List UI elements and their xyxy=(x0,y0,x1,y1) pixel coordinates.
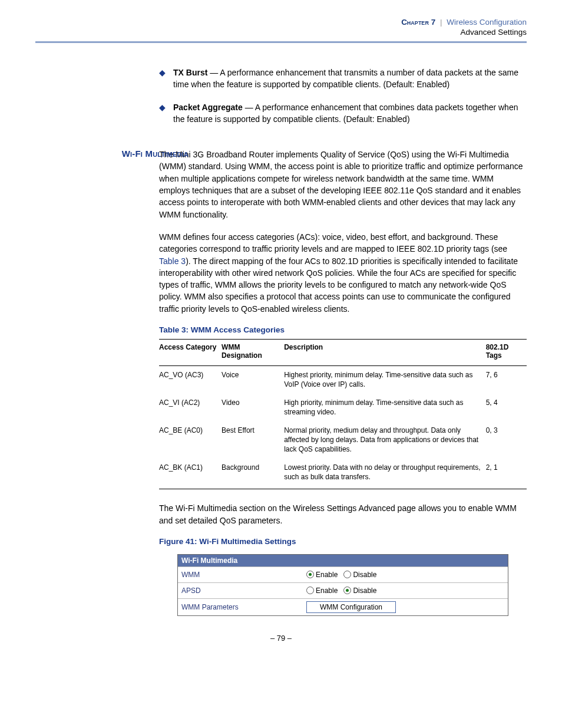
cell-wmm: Background xyxy=(222,459,284,489)
cell-desc: High priority, minimum delay. Time-sensi… xyxy=(284,394,485,421)
bullet-term: TX Burst xyxy=(173,68,207,77)
cell-tags: 0, 3 xyxy=(486,421,527,459)
th-description: Description xyxy=(284,340,485,366)
wifi-para-2: WMM defines four access categories (ACs)… xyxy=(159,231,527,315)
cell-wmm: Best Effort xyxy=(222,421,284,459)
chapter-label: Chapter 7 xyxy=(401,18,435,27)
wmm-params-label: WMM Parameters xyxy=(178,601,303,614)
cell-ac: AC_BK (AC1) xyxy=(159,459,222,489)
diamond-icon: ◆ xyxy=(159,68,166,77)
cell-tags: 2, 1 xyxy=(486,459,527,489)
apsd-enable-radio[interactable] xyxy=(306,587,314,594)
bullet-text: — A performance enhancement that transmi… xyxy=(173,68,518,89)
apsd-label: APSD xyxy=(178,584,303,597)
page-header: Chapter 7 | Wireless Configuration Advan… xyxy=(35,18,527,43)
figure41-title: Figure 41: Wi-Fi Multimedia Settings xyxy=(159,537,527,546)
bullet-packet-aggregate: ◆ Packet Aggregate — A performance enhan… xyxy=(159,101,527,126)
panel-row-apsd: APSD Enable Disable xyxy=(178,582,508,598)
table3-xref[interactable]: Table 3 xyxy=(159,256,186,266)
table-row: AC_BK (AC1) Background Lowest priority. … xyxy=(159,459,527,489)
header-section: Wireless Configuration xyxy=(447,18,527,27)
page-number: – 79 – xyxy=(35,634,527,643)
table-row: AC_VO (AC3) Voice Highest priority, mini… xyxy=(159,366,527,394)
radio-label-disable: Disable xyxy=(353,587,376,595)
table-row: AC_VI (AC2) Video High priority, minimum… xyxy=(159,394,527,421)
radio-label-enable: Enable xyxy=(316,587,338,595)
bullet-tx-burst: ◆ TX Burst — A performance enhancement t… xyxy=(159,67,527,91)
cell-wmm: Voice xyxy=(222,366,284,394)
radio-label-disable: Disable xyxy=(353,571,376,579)
radio-label-enable: Enable xyxy=(316,571,338,579)
cell-ac: AC_BE (AC0) xyxy=(159,421,222,459)
cell-wmm: Video xyxy=(222,394,284,421)
table-row: AC_BE (AC0) Best Effort Normal priority,… xyxy=(159,421,527,459)
cell-desc: Highest priority, minimum delay. Time-se… xyxy=(284,366,485,394)
th-8021d-tags: 802.1D Tags xyxy=(486,340,527,366)
wmm-configuration-button[interactable]: WMM Configuration xyxy=(306,601,396,613)
cell-tags: 5, 4 xyxy=(486,394,527,421)
wifi-multimedia-panel: Wi-Fi Multimedia WMM Enable Disable APSD xyxy=(177,554,508,616)
header-subsection: Advanced Settings xyxy=(35,28,527,37)
wmm-label: WMM xyxy=(178,568,303,581)
bullet-term: Packet Aggregate xyxy=(173,103,243,112)
para2-a: WMM defines four access categories (ACs)… xyxy=(159,232,507,253)
cell-tags: 7, 6 xyxy=(486,366,527,394)
header-pipe: | xyxy=(440,18,442,27)
para2-b: ). The direct mapping of the four ACs to… xyxy=(159,256,518,314)
panel-header: Wi-Fi Multimedia xyxy=(178,555,508,566)
cell-desc: Lowest priority. Data with no delay or t… xyxy=(284,459,485,489)
cell-desc: Normal priority, medium delay and throug… xyxy=(284,421,485,459)
panel-row-params: WMM Parameters WMM Configuration xyxy=(178,598,508,615)
th-access-category: Access Category xyxy=(159,340,222,366)
panel-row-wmm: WMM Enable Disable xyxy=(178,566,508,582)
diamond-icon: ◆ xyxy=(159,103,166,112)
cell-ac: AC_VO (AC3) xyxy=(159,366,222,394)
wifi-para-1: The Mini 3G Broadband Router implements … xyxy=(159,149,527,220)
wmm-disable-radio[interactable] xyxy=(343,571,351,578)
wmm-categories-table: Access Category WMM Designation Descript… xyxy=(159,339,527,489)
cell-ac: AC_VI (AC2) xyxy=(159,394,222,421)
wmm-enable-radio[interactable] xyxy=(306,571,314,578)
section-heading-wifi: Wi-Fi Multimedia xyxy=(71,149,189,159)
apsd-disable-radio[interactable] xyxy=(343,587,351,594)
table3-title: Table 3: WMM Access Categories xyxy=(159,325,527,334)
outro-para: The Wi-Fi Multimedia section on the Wire… xyxy=(159,502,527,526)
th-wmm-designation: WMM Designation xyxy=(222,340,284,366)
